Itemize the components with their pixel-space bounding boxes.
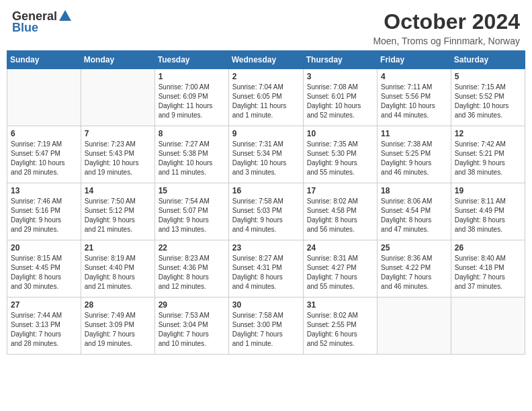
day-number: 7 xyxy=(85,129,151,138)
header-monday: Monday xyxy=(81,51,154,69)
calendar-cell: 16Sunrise: 7:58 AM Sunset: 5:03 PM Dayli… xyxy=(228,183,303,240)
calendar-cell xyxy=(451,298,525,355)
day-number: 30 xyxy=(232,300,300,310)
day-number: 21 xyxy=(85,243,151,253)
calendar-cell: 9Sunrise: 7:31 AM Sunset: 5:34 PM Daylig… xyxy=(228,126,303,183)
calendar-cell: 30Sunrise: 7:58 AM Sunset: 3:00 PM Dayli… xyxy=(228,298,303,355)
day-info: Sunrise: 7:58 AM Sunset: 5:03 PM Dayligh… xyxy=(232,197,300,234)
calendar-cell: 1Sunrise: 7:00 AM Sunset: 6:09 PM Daylig… xyxy=(154,69,228,126)
day-info: Sunrise: 7:49 AM Sunset: 3:09 PM Dayligh… xyxy=(85,311,151,349)
calendar-wrapper: Sunday Monday Tuesday Wednesday Thursday… xyxy=(0,50,532,361)
day-number: 29 xyxy=(159,300,225,310)
calendar-cell: 17Sunrise: 8:02 AM Sunset: 4:58 PM Dayli… xyxy=(303,183,377,240)
logo: General Blue xyxy=(12,9,73,35)
day-number: 9 xyxy=(232,129,300,138)
day-number: 5 xyxy=(455,72,521,81)
calendar-cell: 12Sunrise: 7:42 AM Sunset: 5:21 PM Dayli… xyxy=(451,126,525,183)
day-info: Sunrise: 7:31 AM Sunset: 5:34 PM Dayligh… xyxy=(232,140,300,177)
week-row-4: 20Sunrise: 8:15 AM Sunset: 4:45 PM Dayli… xyxy=(7,240,525,298)
calendar-cell xyxy=(81,69,154,126)
day-number: 28 xyxy=(85,300,151,310)
calendar-table: Sunday Monday Tuesday Wednesday Thursday… xyxy=(7,50,525,355)
header-saturday: Saturday xyxy=(451,51,525,69)
svg-marker-0 xyxy=(59,10,71,21)
page-header: General Blue October 2024 Moen, Troms og… xyxy=(0,0,532,50)
day-info: Sunrise: 8:27 AM Sunset: 4:31 PM Dayligh… xyxy=(232,254,300,291)
header-thursday: Thursday xyxy=(303,51,377,69)
day-info: Sunrise: 8:31 AM Sunset: 4:27 PM Dayligh… xyxy=(307,254,373,291)
day-info: Sunrise: 7:53 AM Sunset: 3:04 PM Dayligh… xyxy=(159,311,225,349)
day-number: 27 xyxy=(11,300,77,310)
week-row-1: 1Sunrise: 7:00 AM Sunset: 6:09 PM Daylig… xyxy=(7,69,525,126)
calendar-cell: 27Sunrise: 7:44 AM Sunset: 3:13 PM Dayli… xyxy=(7,298,81,355)
day-number: 25 xyxy=(381,243,447,253)
week-row-2: 6Sunrise: 7:19 AM Sunset: 5:47 PM Daylig… xyxy=(7,126,525,183)
day-info: Sunrise: 7:58 AM Sunset: 3:00 PM Dayligh… xyxy=(232,311,300,349)
calendar-cell: 28Sunrise: 7:49 AM Sunset: 3:09 PM Dayli… xyxy=(81,298,154,355)
day-info: Sunrise: 8:36 AM Sunset: 4:22 PM Dayligh… xyxy=(381,254,447,291)
calendar-cell: 10Sunrise: 7:35 AM Sunset: 5:30 PM Dayli… xyxy=(303,126,377,183)
day-info: Sunrise: 7:42 AM Sunset: 5:21 PM Dayligh… xyxy=(455,140,521,177)
day-number: 12 xyxy=(455,129,521,138)
day-info: Sunrise: 7:19 AM Sunset: 5:47 PM Dayligh… xyxy=(11,140,77,177)
calendar-cell: 6Sunrise: 7:19 AM Sunset: 5:47 PM Daylig… xyxy=(7,126,81,183)
day-number: 19 xyxy=(455,186,521,195)
day-number: 17 xyxy=(307,186,373,195)
calendar-cell: 26Sunrise: 8:40 AM Sunset: 4:18 PM Dayli… xyxy=(451,240,525,298)
day-info: Sunrise: 7:04 AM Sunset: 6:05 PM Dayligh… xyxy=(232,83,300,120)
logo-icon xyxy=(58,9,73,24)
week-row-5: 27Sunrise: 7:44 AM Sunset: 3:13 PM Dayli… xyxy=(7,298,525,355)
day-info: Sunrise: 7:15 AM Sunset: 5:52 PM Dayligh… xyxy=(455,83,521,120)
calendar-cell: 31Sunrise: 8:02 AM Sunset: 2:55 PM Dayli… xyxy=(303,298,377,355)
day-number: 10 xyxy=(307,129,373,138)
day-info: Sunrise: 7:46 AM Sunset: 5:16 PM Dayligh… xyxy=(11,197,77,234)
day-number: 16 xyxy=(232,186,300,195)
day-info: Sunrise: 7:38 AM Sunset: 5:25 PM Dayligh… xyxy=(381,140,447,177)
day-number: 18 xyxy=(381,186,447,195)
calendar-cell xyxy=(378,298,451,355)
calendar-cell: 19Sunrise: 8:11 AM Sunset: 4:49 PM Dayli… xyxy=(451,183,525,240)
header-friday: Friday xyxy=(378,51,451,69)
calendar-cell: 21Sunrise: 8:19 AM Sunset: 4:40 PM Dayli… xyxy=(81,240,154,298)
calendar-cell: 11Sunrise: 7:38 AM Sunset: 5:25 PM Dayli… xyxy=(378,126,451,183)
month-title: October 2024 xyxy=(373,9,520,34)
day-number: 6 xyxy=(11,129,77,138)
location-title: Moen, Troms og Finnmark, Norway xyxy=(373,36,520,46)
calendar-cell: 8Sunrise: 7:27 AM Sunset: 5:38 PM Daylig… xyxy=(154,126,228,183)
calendar-cell: 4Sunrise: 7:11 AM Sunset: 5:56 PM Daylig… xyxy=(378,69,451,126)
week-row-3: 13Sunrise: 7:46 AM Sunset: 5:16 PM Dayli… xyxy=(7,183,525,240)
title-section: October 2024 Moen, Troms og Finnmark, No… xyxy=(373,9,520,46)
weekday-header-row: Sunday Monday Tuesday Wednesday Thursday… xyxy=(7,51,525,69)
calendar-cell: 29Sunrise: 7:53 AM Sunset: 3:04 PM Dayli… xyxy=(154,298,228,355)
day-number: 23 xyxy=(232,243,300,253)
calendar-cell: 24Sunrise: 8:31 AM Sunset: 4:27 PM Dayli… xyxy=(303,240,377,298)
day-number: 1 xyxy=(159,72,225,81)
calendar-cell: 20Sunrise: 8:15 AM Sunset: 4:45 PM Dayli… xyxy=(7,240,81,298)
calendar-cell xyxy=(7,69,81,126)
calendar-cell: 3Sunrise: 7:08 AM Sunset: 6:01 PM Daylig… xyxy=(303,69,377,126)
calendar-cell: 25Sunrise: 8:36 AM Sunset: 4:22 PM Dayli… xyxy=(378,240,451,298)
day-info: Sunrise: 8:40 AM Sunset: 4:18 PM Dayligh… xyxy=(455,254,521,291)
day-number: 31 xyxy=(307,300,373,310)
calendar-cell: 7Sunrise: 7:23 AM Sunset: 5:43 PM Daylig… xyxy=(81,126,154,183)
day-number: 8 xyxy=(159,129,225,138)
calendar-cell: 23Sunrise: 8:27 AM Sunset: 4:31 PM Dayli… xyxy=(228,240,303,298)
header-wednesday: Wednesday xyxy=(228,51,303,69)
day-number: 26 xyxy=(455,243,521,253)
day-number: 2 xyxy=(232,72,300,81)
day-info: Sunrise: 8:06 AM Sunset: 4:54 PM Dayligh… xyxy=(381,197,447,234)
calendar-cell: 18Sunrise: 8:06 AM Sunset: 4:54 PM Dayli… xyxy=(378,183,451,240)
day-number: 4 xyxy=(381,72,447,81)
calendar-cell: 13Sunrise: 7:46 AM Sunset: 5:16 PM Dayli… xyxy=(7,183,81,240)
day-number: 24 xyxy=(307,243,373,253)
day-info: Sunrise: 7:50 AM Sunset: 5:12 PM Dayligh… xyxy=(85,197,151,234)
day-number: 20 xyxy=(11,243,77,253)
day-info: Sunrise: 7:44 AM Sunset: 3:13 PM Dayligh… xyxy=(11,311,77,349)
day-number: 3 xyxy=(307,72,373,81)
day-info: Sunrise: 7:00 AM Sunset: 6:09 PM Dayligh… xyxy=(159,83,225,120)
calendar-cell: 14Sunrise: 7:50 AM Sunset: 5:12 PM Dayli… xyxy=(81,183,154,240)
day-number: 11 xyxy=(381,129,447,138)
day-number: 15 xyxy=(159,186,225,195)
day-number: 13 xyxy=(11,186,77,195)
day-info: Sunrise: 7:08 AM Sunset: 6:01 PM Dayligh… xyxy=(307,83,373,120)
